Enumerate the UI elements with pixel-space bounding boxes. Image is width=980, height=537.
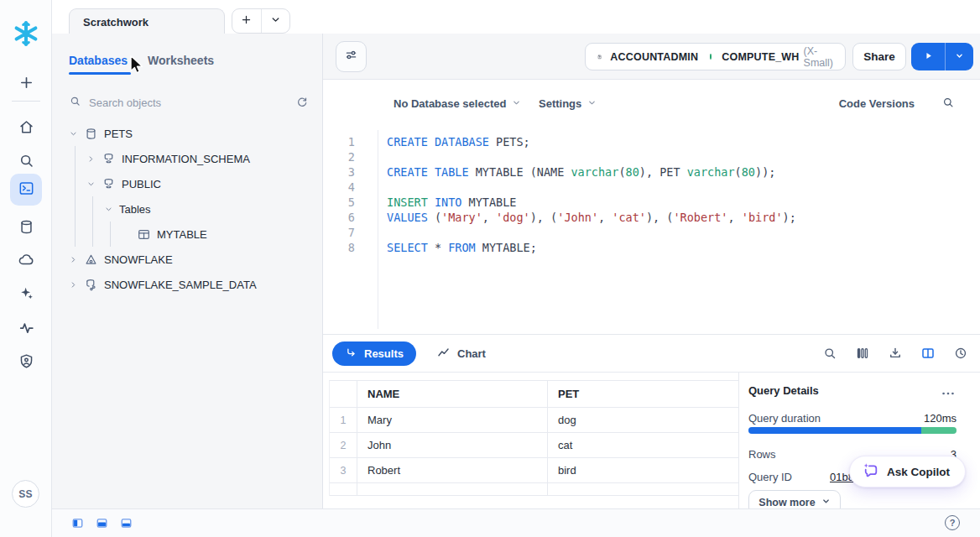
toggle-left-panel-icon[interactable] <box>71 517 84 529</box>
tab-worksheets[interactable]: Worksheets <box>148 54 214 67</box>
filters-button[interactable] <box>336 41 367 72</box>
table-header-row: NAMEPET <box>330 381 738 408</box>
line-number: 2 <box>323 149 378 164</box>
table-cell[interactable]: John <box>357 433 548 457</box>
ellipsis-menu-icon[interactable] <box>940 385 957 397</box>
share-button[interactable]: Share <box>852 43 906 70</box>
editor-settings[interactable]: Settings <box>539 97 597 110</box>
tab-actions <box>232 8 290 34</box>
rail-item-data-products[interactable] <box>10 245 42 277</box>
tab-databases[interactable]: Databases <box>69 54 128 67</box>
split-panel-icon[interactable] <box>920 346 936 361</box>
table-cell[interactable]: Mary <box>357 408 548 432</box>
tab-results[interactable]: Results <box>332 341 416 366</box>
table-row[interactable]: 1Marydog <box>330 408 738 433</box>
chevron-down-icon <box>269 13 282 29</box>
line-number: 1 <box>323 134 378 149</box>
tree-item-snowflake[interactable]: SNOWFLAKE <box>52 247 322 272</box>
ask-copilot-button[interactable]: Ask Copilot <box>849 456 966 487</box>
tree-item-pets[interactable]: PETS <box>52 121 322 146</box>
code-versions-button[interactable]: Code Versions <box>839 97 915 110</box>
context-selector[interactable]: ACCOUNTADMIN COMPUTE_WH (X-Small) <box>585 43 846 70</box>
rail-item-new[interactable] <box>10 68 42 100</box>
chevron-right-icon[interactable] <box>69 278 84 291</box>
chevron-right-icon[interactable] <box>69 253 84 266</box>
code-line-6: 6VALUES ('Mary', 'dog'), ('John', 'cat')… <box>323 210 980 225</box>
help-button[interactable]: ? <box>945 515 960 530</box>
results-search-icon[interactable] <box>822 346 837 361</box>
run-options-button[interactable] <box>945 43 973 70</box>
search-icon <box>18 152 35 173</box>
token-pl: MYTABLE; <box>476 241 537 254</box>
table-cell[interactable]: cat <box>548 433 739 457</box>
token-pl: , <box>598 211 612 224</box>
show-more-button[interactable]: Show more <box>748 490 841 508</box>
chevron-right-icon[interactable] <box>86 152 102 165</box>
main-panel: ACCOUNTADMIN COMPUTE_WH (X-Small) Share … <box>323 34 980 508</box>
token-kw: SELECT <box>387 241 428 254</box>
sliders-icon <box>343 47 359 66</box>
editor-search-icon[interactable] <box>941 96 957 111</box>
snowflake-logo-icon[interactable] <box>11 18 41 49</box>
tree-item-label: MYTABLE <box>157 228 207 241</box>
rail-item-projects[interactable] <box>10 174 42 206</box>
run-button[interactable] <box>911 43 945 70</box>
tree-item-public[interactable]: PUBLIC <box>52 171 322 196</box>
column-header-name[interactable]: NAME <box>357 381 548 407</box>
table-cell <box>548 483 739 495</box>
table-cell[interactable]: Robert <box>357 458 548 482</box>
rail-item-monitoring[interactable] <box>10 313 42 345</box>
token-fn: varchar <box>687 165 735 179</box>
chevron-down-icon[interactable] <box>69 127 84 140</box>
toggle-editor-panel-icon[interactable] <box>96 517 108 529</box>
table-row[interactable]: 2Johncat <box>330 433 738 458</box>
results-table: NAMEPET1Marydog2Johncat3Robertbird <box>329 380 738 496</box>
code-text <box>378 149 387 164</box>
line-number: 6 <box>323 210 378 225</box>
columns-icon[interactable] <box>855 346 870 361</box>
refresh-icon[interactable] <box>294 94 310 111</box>
download-icon[interactable] <box>888 346 903 361</box>
code-line-4: 4 <box>323 180 980 195</box>
token-pl: ), PET <box>639 165 687 179</box>
rail-item-data[interactable] <box>10 212 42 244</box>
rail-item-admin[interactable] <box>10 347 42 378</box>
row-number <box>330 483 357 495</box>
chevron-down-icon[interactable] <box>86 177 102 190</box>
tree-item-label: PUBLIC <box>122 178 161 190</box>
chevron-down-icon <box>954 50 965 65</box>
table-row[interactable]: 3Robertbird <box>330 458 738 483</box>
token-pl: ( <box>735 165 742 179</box>
table-empty-row <box>330 483 738 496</box>
line-number: 8 <box>323 240 378 255</box>
table-cell[interactable]: bird <box>548 458 739 482</box>
search-objects-input[interactable] <box>89 96 294 109</box>
history-clock-icon[interactable] <box>953 346 968 361</box>
rail-item-ai-ml[interactable] <box>10 279 42 310</box>
code-text: VALUES ('Mary', 'dog'), ('John', 'cat'),… <box>378 210 796 225</box>
user-avatar[interactable]: SS <box>12 480 39 508</box>
code-text: CREATE TABLE MYTABLE (NAME varchar(80), … <box>378 164 775 180</box>
database-selector[interactable]: No Database selected <box>394 97 521 110</box>
row-number-header <box>330 381 357 407</box>
table-cell[interactable]: dog <box>548 408 739 432</box>
code-line-3: 3CREATE TABLE MYTABLE (NAME varchar(80),… <box>323 164 980 180</box>
tree-item-snowflake_sample_data[interactable]: SNOWFLAKE_SAMPLE_DATA <box>52 272 322 297</box>
chevron-down-icon <box>821 497 831 508</box>
sql-editor[interactable]: 1CREATE DATABASE PETS;23CREATE TABLE MYT… <box>323 130 980 334</box>
worksheet-tab-scratchwork[interactable]: Scratchwork <box>69 8 225 34</box>
projects-icon <box>18 180 35 201</box>
tab-chart[interactable]: Chart <box>430 341 493 366</box>
tab-list-dropdown[interactable] <box>261 9 290 33</box>
token-pl: ( <box>428 211 441 224</box>
token-pl: ), ( <box>530 211 558 224</box>
toggle-results-panel-icon[interactable] <box>120 517 133 529</box>
home-icon <box>18 118 35 139</box>
new-tab-button[interactable] <box>232 9 261 33</box>
token-pl: ), ( <box>646 211 674 224</box>
table-icon <box>137 227 151 242</box>
chevron-down-icon[interactable] <box>104 202 119 216</box>
tree-item-information_schema[interactable]: INFORMATION_SCHEMA <box>52 146 322 171</box>
column-header-pet[interactable]: PET <box>548 381 739 407</box>
rail-item-home[interactable] <box>10 112 42 144</box>
